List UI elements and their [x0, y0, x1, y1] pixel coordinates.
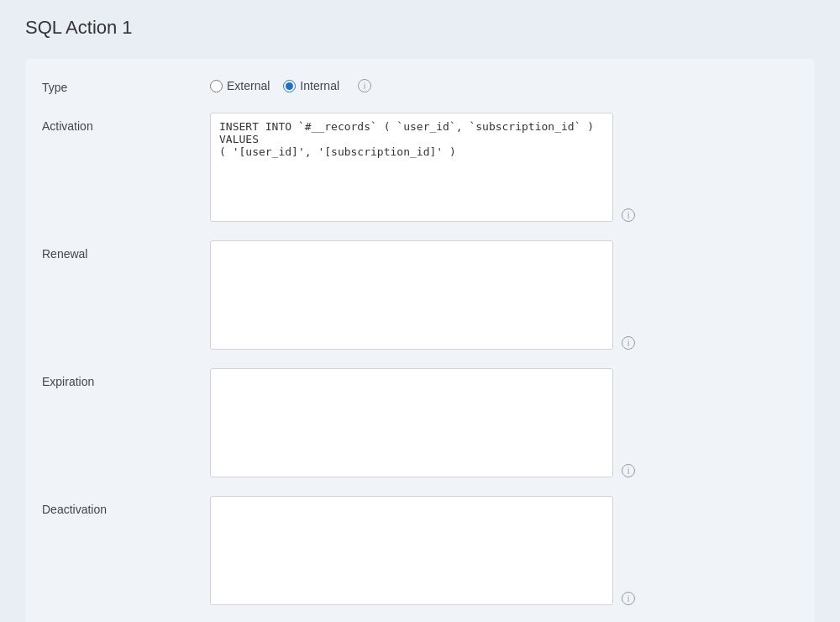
renewal-info-wrap: i — [617, 240, 635, 350]
expiration-info-wrap: i — [617, 368, 635, 477]
deactivation-label: Deactivation — [42, 496, 210, 516]
deactivation-info-icon[interactable]: i — [622, 592, 635, 605]
expiration-row: Expiration i — [42, 368, 790, 477]
page-container: SQL Action 1 Type External Internal i Ac… — [0, 0, 840, 622]
renewal-row: Renewal i — [42, 240, 790, 350]
activation-label: Activation — [42, 113, 210, 133]
expiration-label: Expiration — [42, 368, 210, 388]
activation-info-icon[interactable]: i — [622, 208, 635, 222]
deactivation-row: Deactivation i — [42, 496, 790, 605]
expiration-info-icon[interactable]: i — [622, 464, 635, 477]
expiration-field-wrap: i — [210, 368, 790, 477]
radio-group: External Internal i — [210, 76, 371, 92]
form-container: Type External Internal i Activation INSE… — [25, 59, 815, 622]
renewal-info-icon[interactable]: i — [622, 336, 635, 350]
activation-field-wrap: INSERT INTO `#__records` ( `user_id`, `s… — [210, 113, 790, 222]
external-radio-item[interactable]: External — [210, 79, 270, 92]
renewal-textarea[interactable] — [210, 240, 613, 350]
expiration-textarea[interactable] — [210, 368, 613, 477]
type-row: Type External Internal i — [42, 76, 790, 94]
external-label: External — [227, 79, 270, 92]
activation-row: Activation INSERT INTO `#__records` ( `u… — [42, 113, 790, 222]
page-title: SQL Action 1 — [25, 17, 815, 39]
renewal-field-wrap: i — [210, 240, 790, 350]
type-info-icon[interactable]: i — [358, 79, 371, 92]
internal-radio-item[interactable]: Internal — [283, 79, 339, 92]
internal-radio[interactable] — [283, 80, 296, 92]
external-radio[interactable] — [210, 80, 223, 92]
renewal-label: Renewal — [42, 240, 210, 261]
type-label: Type — [42, 76, 210, 94]
activation-textarea[interactable]: INSERT INTO `#__records` ( `user_id`, `s… — [210, 113, 613, 222]
deactivation-info-wrap: i — [617, 496, 635, 605]
activation-info-wrap: i — [617, 113, 635, 222]
deactivation-field-wrap: i — [210, 496, 790, 605]
internal-label: Internal — [300, 79, 339, 92]
deactivation-textarea[interactable] — [210, 496, 613, 605]
